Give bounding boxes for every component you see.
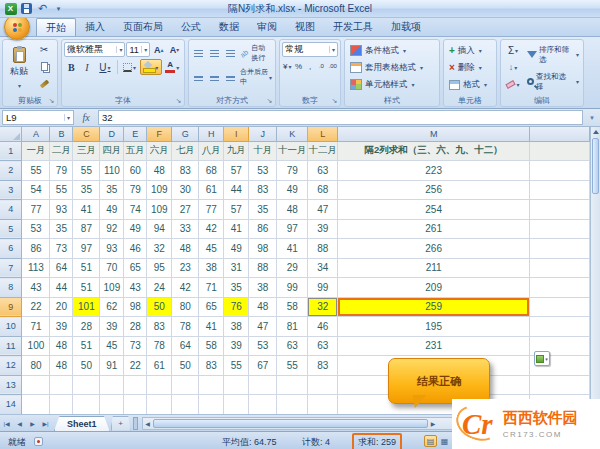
prev-sheet-icon[interactable]: ◀ <box>13 417 26 430</box>
cell-E12[interactable]: 22 <box>124 356 147 376</box>
align-right-button[interactable] <box>223 71 238 84</box>
copy-button[interactable] <box>35 59 53 74</box>
cell-I4[interactable]: 57 <box>224 200 249 220</box>
alignment-dialog-launcher[interactable] <box>265 96 274 105</box>
cell-C4[interactable]: 41 <box>73 200 100 220</box>
cell-C7[interactable]: 51 <box>73 258 100 278</box>
cell-E3[interactable]: 79 <box>124 180 147 200</box>
align-middle-button[interactable] <box>207 47 222 60</box>
column-header-K[interactable]: K <box>277 127 308 141</box>
cell-M2[interactable]: 223 <box>338 161 530 181</box>
column-header-I[interactable]: I <box>224 127 249 141</box>
cell-D9[interactable]: 62 <box>100 297 124 317</box>
scroll-left-icon[interactable]: ◀ <box>143 420 153 427</box>
cell-K7[interactable]: 29 <box>277 258 308 278</box>
last-sheet-icon[interactable]: ▶| <box>39 417 52 430</box>
cell-E8[interactable]: 43 <box>124 278 147 298</box>
cell-after-M-13[interactable] <box>530 375 590 395</box>
cell-B14[interactable] <box>50 395 73 415</box>
font-color-button[interactable]: A <box>163 59 182 75</box>
cell-M3[interactable]: 256 <box>338 180 530 200</box>
cell-A7[interactable]: 113 <box>22 258 50 278</box>
cell-G4[interactable]: 27 <box>172 200 199 220</box>
cell-G13[interactable] <box>172 375 199 395</box>
orientation-button[interactable]: ab <box>237 46 251 59</box>
cell-F3[interactable]: 109 <box>147 180 172 200</box>
cell-I8[interactable]: 35 <box>224 278 249 298</box>
qat-dropdown-icon[interactable]: ▾ <box>52 2 65 15</box>
cell-after-M-2[interactable] <box>530 161 590 181</box>
cell-H13[interactable] <box>199 375 224 395</box>
cell-C6[interactable]: 97 <box>73 239 100 259</box>
cell-B6[interactable]: 73 <box>50 239 73 259</box>
cell-E11[interactable]: 73 <box>124 336 147 356</box>
cell-H2[interactable]: 68 <box>199 161 224 181</box>
cell-H8[interactable]: 71 <box>199 278 224 298</box>
cell-H10[interactable]: 41 <box>199 317 224 337</box>
cell-K6[interactable]: 41 <box>277 239 308 259</box>
cell-G10[interactable]: 78 <box>172 317 199 337</box>
shrink-font-button[interactable]: A <box>167 42 182 57</box>
cell-I7[interactable]: 31 <box>224 258 249 278</box>
italic-button[interactable]: I <box>80 59 95 75</box>
autofill-options-button[interactable] <box>534 351 550 366</box>
fill-button[interactable]: ↓ <box>503 59 523 75</box>
cell-A9[interactable]: 22 <box>22 297 50 317</box>
cell-A14[interactable] <box>22 395 50 415</box>
ribbon-tab-2[interactable]: 页面布局 <box>114 18 172 36</box>
borders-button[interactable] <box>120 59 139 75</box>
cell-I12[interactable]: 55 <box>224 356 249 376</box>
cell-K11[interactable]: 63 <box>277 336 308 356</box>
cell-H14[interactable] <box>199 395 224 415</box>
cell-J7[interactable]: 88 <box>249 258 277 278</box>
cell-G14[interactable] <box>172 395 199 415</box>
cell-I5[interactable]: 41 <box>224 219 249 239</box>
cell-L8[interactable]: 99 <box>308 278 338 298</box>
number-format-combo[interactable]: 常规▾ <box>282 42 338 57</box>
scroll-up-icon[interactable] <box>591 127 600 137</box>
cell-B3[interactable]: 55 <box>50 180 73 200</box>
insert-worksheet-tab[interactable]: + <box>111 416 131 431</box>
row-header-3[interactable]: 3 <box>0 180 22 200</box>
cell-M11[interactable]: 231 <box>338 336 530 356</box>
cell-G2[interactable]: 83 <box>172 161 199 181</box>
cell-B7[interactable]: 64 <box>50 258 73 278</box>
cell-H4[interactable]: 77 <box>199 200 224 220</box>
cell-F1[interactable]: 六月 <box>147 141 172 161</box>
cell-G6[interactable]: 48 <box>172 239 199 259</box>
horizontal-scroll-thumb[interactable] <box>153 419 429 428</box>
cell-J14[interactable] <box>249 395 277 415</box>
cell-L5[interactable]: 39 <box>308 219 338 239</box>
cell-B10[interactable]: 39 <box>50 317 73 337</box>
format-cells-button[interactable]: 格式 <box>446 76 494 93</box>
cell-A1[interactable]: 一月 <box>22 141 50 161</box>
cell-A5[interactable]: 53 <box>22 219 50 239</box>
select-all-corner[interactable] <box>0 127 22 141</box>
cell-C2[interactable]: 55 <box>73 161 100 181</box>
cell-B12[interactable]: 48 <box>50 356 73 376</box>
vertical-scroll-thumb[interactable] <box>592 138 599 194</box>
cell-G9[interactable]: 80 <box>172 297 199 317</box>
cell-E14[interactable] <box>124 395 147 415</box>
underline-button[interactable]: U <box>95 59 114 75</box>
cell-B8[interactable]: 44 <box>50 278 73 298</box>
align-bottom-button[interactable] <box>223 47 238 60</box>
cell-K12[interactable]: 55 <box>277 356 308 376</box>
insert-cells-button[interactable]: +插入 <box>446 42 494 59</box>
cell-H5[interactable]: 42 <box>199 219 224 239</box>
cell-A3[interactable]: 54 <box>22 180 50 200</box>
cell-B9[interactable]: 20 <box>50 297 73 317</box>
cell-M5[interactable]: 261 <box>338 219 530 239</box>
cell-F4[interactable]: 109 <box>147 200 172 220</box>
cell-F11[interactable]: 78 <box>147 336 172 356</box>
next-sheet-icon[interactable]: ▶ <box>26 417 39 430</box>
page-layout-view-button[interactable]: ▦ <box>438 435 451 447</box>
cell-K9[interactable]: 58 <box>277 297 308 317</box>
cell-C8[interactable]: 51 <box>73 278 100 298</box>
cell-C1[interactable]: 三月 <box>73 141 100 161</box>
ribbon-tab-8[interactable]: 加载项 <box>382 18 430 36</box>
cell-E10[interactable]: 28 <box>124 317 147 337</box>
cell-A10[interactable]: 71 <box>22 317 50 337</box>
cell-J1[interactable]: 十月 <box>249 141 277 161</box>
column-header-E[interactable]: E <box>124 127 147 141</box>
